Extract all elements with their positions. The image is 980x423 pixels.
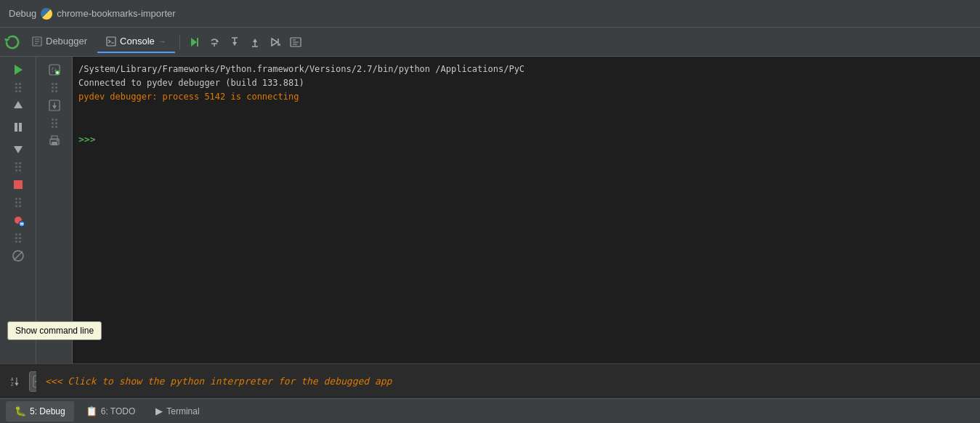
svg-marker-25 [14,101,23,108]
tooltip-text: Show command line [15,326,94,336]
tab-console-label: Console [120,36,155,47]
todo-icon: 📋 [86,406,97,416]
svg-marker-49 [15,382,18,385]
status-tab-debug[interactable]: 🐛 5: Debug [6,401,74,422]
prompt-symbol: >>> [78,134,95,145]
svg-rect-7 [197,38,198,47]
restart-button[interactable] [3,33,22,52]
sort-button[interactable]: A Z [6,371,26,392]
svg-rect-29 [14,180,23,189]
tab-console[interactable]: Console → [97,31,175,53]
move-down-button[interactable] [8,139,28,159]
tab-debugger-label: Debugger [46,36,87,47]
svg-marker-15 [253,39,257,42]
separator-dots-4 [15,233,21,243]
status-tab-todo[interactable]: 📋 6: TODO [77,401,145,422]
svg-marker-12 [232,42,237,46]
disable-button[interactable] [8,246,28,266]
debug-tab-label: 5: Debug [30,406,65,416]
tab-debugger[interactable]: Debugger [23,31,96,53]
play-button[interactable] [8,60,28,80]
svg-rect-27 [19,123,22,132]
instruction-text: <<< Click to show the python interpreter… [45,376,392,387]
separator-dots-2 [15,162,21,172]
step-out-button[interactable] [246,33,264,52]
step-into-button[interactable] [225,33,244,52]
step-over-button[interactable] [205,33,224,52]
separator-dots-3 [15,198,21,207]
svg-line-34 [14,251,23,260]
left-sidebar: Favo [0,57,36,398]
separator-dots-6 [52,118,57,128]
console-line-1: /System/Library/Frameworks/Python.framew… [78,63,974,76]
svg-rect-43 [52,142,57,145]
svg-marker-28 [14,146,23,153]
todo-tab-label: 6: TODO [101,406,136,416]
print-button[interactable] [44,131,65,151]
terminal-tab-label: Terminal [166,406,199,416]
resume-button[interactable] [185,33,203,52]
stop-button[interactable] [8,174,28,195]
svg-marker-24 [15,65,23,75]
evaluate-button[interactable] [286,33,305,52]
console-line-2: Connected to pydev debugger (build 133.8… [78,76,974,90]
tooltip-show-command-line: Show command line [7,321,102,340]
instruction-bar: <<< Click to show the python interpreter… [36,363,980,398]
title-debug-label: Debug [9,8,36,19]
svg-marker-17 [272,39,278,46]
second-sidebar [36,57,73,398]
separator-dots-5 [52,83,57,92]
console-area[interactable]: /System/Library/Frameworks/Python.framew… [73,57,980,398]
console-line-3: pydev debugger: process 5142 is connecti… [78,90,974,104]
move-up-button[interactable] [8,95,28,116]
status-tab-terminal[interactable]: ▶ Terminal [147,401,208,422]
svg-text:A: A [11,376,14,382]
svg-marker-41 [52,105,57,109]
breakpoints-button[interactable] [8,210,28,230]
tab-console-arrow: → [158,37,166,46]
terminal-icon: ▶ [155,406,163,416]
export-button[interactable] [44,95,65,116]
prompt-area: >>> [78,134,974,145]
main-content: Favo [0,57,980,398]
svg-marker-6 [191,38,197,47]
tab-separator [179,35,180,49]
svg-rect-26 [15,123,17,132]
status-bar: 🐛 5: Debug 📋 6: TODO ▶ Terminal [0,398,980,423]
debug-icon: 🐛 [15,406,26,416]
toolbar: Debugger Console → [0,28,980,57]
title-project-name: chrome-bookmarks-importer [57,8,175,19]
separator-dots-1 [15,83,21,92]
pause-button[interactable] [8,117,28,137]
restore-button[interactable] [44,60,65,80]
python-icon [41,8,52,20]
svg-text:Z: Z [11,382,14,387]
svg-point-45 [57,140,58,142]
run-to-cursor-button[interactable] [266,33,285,52]
title-bar: Debug chrome-bookmarks-importer [0,0,980,28]
